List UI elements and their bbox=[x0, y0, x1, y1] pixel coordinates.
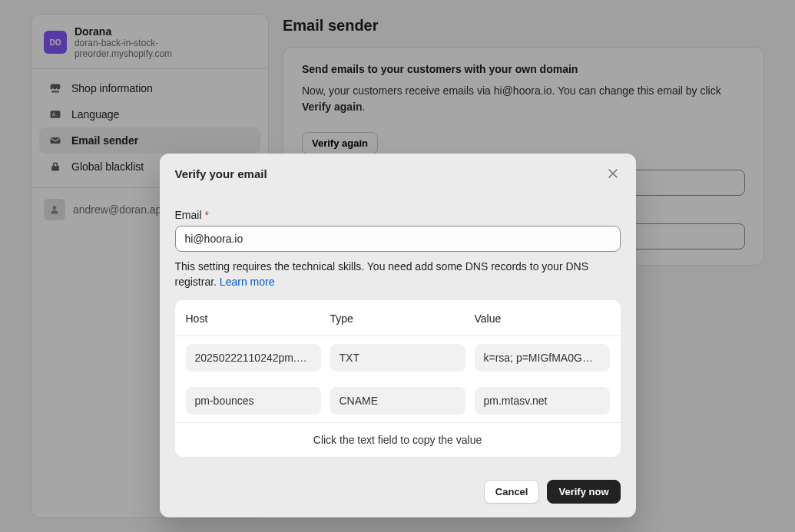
modal-body: Email * This setting requires the techni… bbox=[160, 187, 636, 464]
dns-host-cell[interactable]: 20250222110242pm._domainkey bbox=[186, 344, 321, 372]
dns-header: Host Type Value bbox=[175, 300, 621, 336]
dns-value-cell[interactable]: k=rsa; p=MIGfMA0GCSqGSIb3DQEB bbox=[475, 344, 610, 372]
learn-more-link[interactable]: Learn more bbox=[220, 276, 275, 288]
dns-col-type: Type bbox=[330, 312, 465, 325]
dns-col-host: Host bbox=[186, 312, 321, 325]
dns-row: pm-bounces CNAME pm.mtasv.net bbox=[175, 379, 621, 422]
help-text: This setting requires the technical skil… bbox=[175, 259, 621, 289]
verify-email-modal: Verify your email Email * This setting r… bbox=[160, 154, 636, 517]
dns-col-value: Value bbox=[475, 312, 610, 325]
modal-header: Verify your email bbox=[160, 154, 636, 187]
dns-footer: Click the text field to copy the value bbox=[175, 422, 621, 457]
email-field[interactable] bbox=[175, 226, 621, 252]
email-label-text: Email bbox=[175, 209, 202, 221]
dns-value-cell[interactable]: pm.mtasv.net bbox=[475, 387, 610, 415]
close-icon[interactable] bbox=[605, 166, 621, 181]
verify-now-button[interactable]: Verify now bbox=[547, 480, 620, 504]
dns-row: 20250222110242pm._domainkey TXT k=rsa; p… bbox=[175, 336, 621, 379]
dns-type-cell[interactable]: TXT bbox=[330, 344, 465, 372]
modal-overlay: Verify your email Email * This setting r… bbox=[0, 0, 795, 532]
dns-type-cell[interactable]: CNAME bbox=[330, 387, 465, 415]
dns-table: Host Type Value 20250222110242pm._domain… bbox=[175, 300, 621, 457]
required-star: * bbox=[205, 209, 209, 221]
cancel-button[interactable]: Cancel bbox=[484, 480, 540, 504]
modal-footer: Cancel Verify now bbox=[160, 464, 636, 517]
email-label: Email * bbox=[175, 209, 621, 221]
dns-host-cell[interactable]: pm-bounces bbox=[186, 387, 321, 415]
modal-title: Verify your email bbox=[175, 167, 267, 180]
